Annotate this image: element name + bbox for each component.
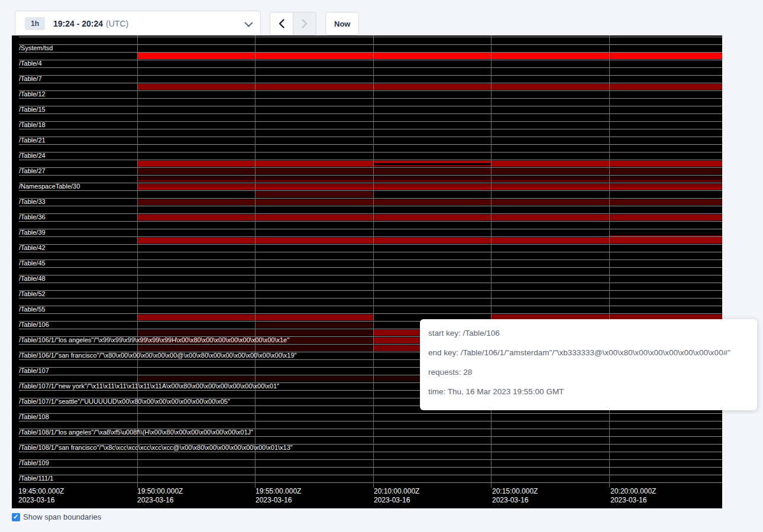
tick-time: 19:55:00.000Z bbox=[256, 487, 301, 496]
bucket-tooltip: start key: /Table/106end key: /Table/106… bbox=[420, 319, 757, 410]
row-label: /Table/108/1/"san francisco"/"\x8c\xcc\x… bbox=[19, 444, 293, 452]
tooltip-line: start key: /Table/106 bbox=[428, 327, 749, 339]
tick-date: 2023-03-16 bbox=[492, 496, 538, 505]
tick-date: 2023-03-16 bbox=[18, 496, 64, 505]
time-gridline bbox=[491, 35, 492, 488]
time-gridline bbox=[609, 35, 610, 488]
row-label: /System/tsd bbox=[19, 44, 53, 52]
row-label: /Table/106/1/"los angeles"/"\x99\x99\x99… bbox=[19, 336, 289, 344]
toolbar: 1h 19:24 - 20:24 (UTC) Now bbox=[15, 11, 359, 37]
row-label: /Table/27 bbox=[19, 167, 46, 175]
tooltip-line: requests: 28 bbox=[428, 366, 749, 378]
row-label: /Table/33 bbox=[19, 198, 46, 206]
span-boundary-line bbox=[19, 37, 722, 37]
span-boundary-line bbox=[19, 67, 722, 68]
time-nav-group bbox=[270, 12, 316, 35]
tick-date: 2023-03-16 bbox=[374, 496, 419, 505]
x-axis-tick: 19:55:00.000Z2023-03-16 bbox=[256, 487, 301, 505]
span-boundary-line bbox=[19, 206, 722, 206]
time-range-selector[interactable]: 1h 19:24 - 20:24 (UTC) bbox=[15, 11, 261, 37]
span-boundary-line bbox=[19, 482, 722, 483]
span-boundary-line bbox=[19, 137, 722, 137]
row-label: /Table/107 bbox=[19, 367, 49, 375]
tooltip-line: end key: /Table/106/1/"amsterdam"/"\xb33… bbox=[428, 347, 749, 359]
span-boundary-line bbox=[19, 129, 722, 129]
span-boundary-line bbox=[19, 98, 722, 99]
row-label: /Table/108 bbox=[19, 413, 49, 421]
x-axis-tick: 20:20:00.000Z2023-03-16 bbox=[610, 487, 656, 505]
span-boundary-line bbox=[19, 198, 722, 199]
span-boundary-line bbox=[19, 275, 722, 275]
heat-band[interactable] bbox=[137, 238, 722, 244]
chevron-down-icon bbox=[244, 19, 253, 27]
heat-band[interactable] bbox=[373, 165, 491, 167]
span-boundary-line bbox=[19, 475, 722, 475]
tooltip-line: time: Thu, 16 Mar 2023 19:55:00 GMT bbox=[428, 386, 749, 398]
span-boundary-line bbox=[19, 106, 722, 106]
tick-time: 19:50:00.000Z bbox=[137, 487, 183, 496]
heat-band[interactable] bbox=[137, 187, 722, 190]
row-label: /Table/106 bbox=[19, 321, 49, 329]
span-boundaries-label: Show span boundaries bbox=[23, 512, 101, 521]
x-axis-tick: 19:50:00.000Z2023-03-16 bbox=[137, 487, 183, 505]
key-visualizer-canvas[interactable]: /System/tsd/Table/4/Table/7/Table/12/Tab… bbox=[12, 35, 722, 508]
span-boundary-line bbox=[19, 75, 722, 76]
x-axis-tick: 19:45:00.000Z2023-03-16 bbox=[18, 487, 64, 505]
heat-band[interactable] bbox=[137, 53, 722, 59]
span-boundary-line bbox=[19, 113, 722, 114]
row-label: /Table/24 bbox=[19, 152, 46, 160]
chevron-right-icon bbox=[301, 18, 308, 29]
heat-band[interactable] bbox=[137, 180, 722, 182]
heat-band[interactable] bbox=[137, 215, 722, 220]
span-boundary-line bbox=[19, 459, 722, 460]
heat-band[interactable] bbox=[255, 192, 373, 197]
now-button[interactable]: Now bbox=[325, 12, 359, 35]
span-boundary-line bbox=[19, 306, 722, 306]
row-label: /Table/7 bbox=[19, 75, 42, 83]
heat-band[interactable] bbox=[137, 168, 722, 174]
span-boundary-line bbox=[19, 267, 722, 268]
row-label: /Table/45 bbox=[19, 259, 46, 267]
span-boundary-line bbox=[19, 452, 722, 452]
timezone-label: (UTC) bbox=[106, 19, 128, 28]
footer: Show span boundaries bbox=[12, 512, 101, 521]
span-boundary-line bbox=[19, 298, 722, 299]
span-boundary-line bbox=[19, 175, 722, 176]
x-axis-tick: 20:10:00.000Z2023-03-16 bbox=[374, 487, 419, 505]
span-boundary-line bbox=[19, 44, 722, 45]
row-label: /Table/55 bbox=[19, 306, 46, 313]
time-gridline bbox=[373, 35, 374, 488]
tick-time: 20:20:00.000Z bbox=[610, 487, 656, 496]
span-boundary-line bbox=[19, 190, 722, 191]
duration-badge: 1h bbox=[25, 17, 45, 30]
time-range-text: 19:24 - 20:24 bbox=[53, 19, 103, 28]
span-boundary-line bbox=[19, 467, 722, 468]
span-boundary-line bbox=[19, 313, 722, 314]
row-label: /Table/107/1/"seattle"/"UUUUUUD\x00\x80\… bbox=[19, 398, 230, 406]
span-boundary-line bbox=[19, 259, 722, 260]
span-boundaries-checkbox[interactable] bbox=[12, 513, 20, 521]
next-interval-button[interactable] bbox=[293, 12, 316, 35]
row-label: /Table/39 bbox=[19, 229, 46, 236]
prev-interval-button[interactable] bbox=[270, 12, 293, 35]
time-gridline bbox=[255, 35, 256, 488]
heat-band[interactable] bbox=[255, 322, 373, 328]
row-label: /Table/109 bbox=[19, 459, 49, 467]
span-boundary-line bbox=[19, 244, 722, 245]
span-boundary-line bbox=[19, 213, 722, 214]
row-label: /NamespaceTable/30 bbox=[19, 183, 80, 190]
x-axis-tick: 20:15:00.000Z2023-03-16 bbox=[492, 487, 538, 505]
heat-band[interactable] bbox=[137, 199, 722, 205]
heat-band[interactable] bbox=[491, 161, 722, 167]
span-boundary-line bbox=[19, 60, 722, 60]
row-label: /Table/107/1/"new york"/"\x11\x11\x11\x1… bbox=[19, 382, 279, 390]
tick-date: 2023-03-16 bbox=[610, 496, 656, 505]
row-label: /Table/36 bbox=[19, 213, 46, 221]
heat-band[interactable] bbox=[137, 84, 722, 90]
row-label: /Table/52 bbox=[19, 290, 46, 298]
row-label: /Table/4 bbox=[19, 60, 42, 67]
tick-date: 2023-03-16 bbox=[137, 496, 183, 505]
span-boundary-line bbox=[19, 283, 722, 283]
heat-band[interactable] bbox=[373, 161, 491, 163]
span-boundary-line bbox=[19, 436, 722, 437]
